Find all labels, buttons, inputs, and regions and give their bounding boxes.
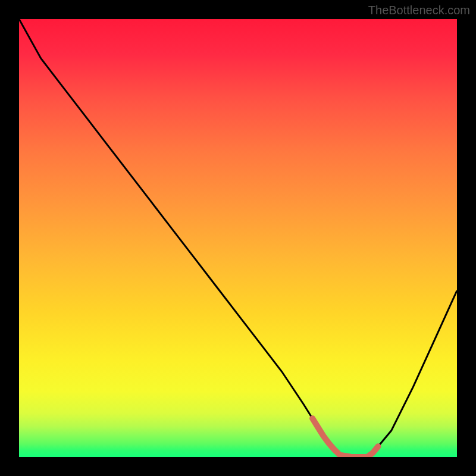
bottleneck-curve <box>19 19 457 457</box>
chart-plot-area <box>19 19 457 457</box>
chart-svg <box>19 19 457 457</box>
highlight-segment <box>312 418 378 457</box>
attribution-text: TheBottleneck.com <box>368 4 470 17</box>
